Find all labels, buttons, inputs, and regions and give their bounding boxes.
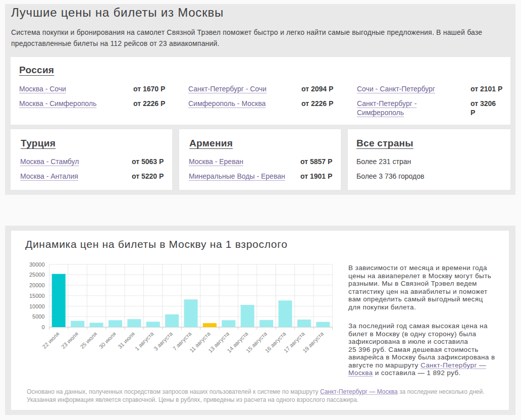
svg-text:30 июля: 30 июля [98, 331, 117, 350]
svg-text:1 августа: 1 августа [134, 330, 155, 351]
svg-text:19 августа: 19 августа [301, 330, 325, 354]
svg-text:10000: 10000 [29, 303, 45, 309]
svg-text:15000: 15000 [29, 293, 45, 299]
svg-text:30000: 30000 [29, 261, 45, 268]
svg-text:25 июля: 25 июля [79, 331, 98, 350]
svg-text:3 августа: 3 августа [152, 330, 174, 351]
svg-text:23 июля: 23 июля [60, 331, 79, 350]
svg-text:5000: 5000 [32, 313, 44, 320]
svg-text:25000: 25000 [29, 272, 45, 278]
svg-text:20000: 20000 [29, 282, 45, 288]
svg-text:31 июля: 31 июля [117, 331, 136, 350]
svg-text:0: 0 [41, 324, 44, 330]
svg-text:22 июля: 22 июля [41, 331, 61, 350]
